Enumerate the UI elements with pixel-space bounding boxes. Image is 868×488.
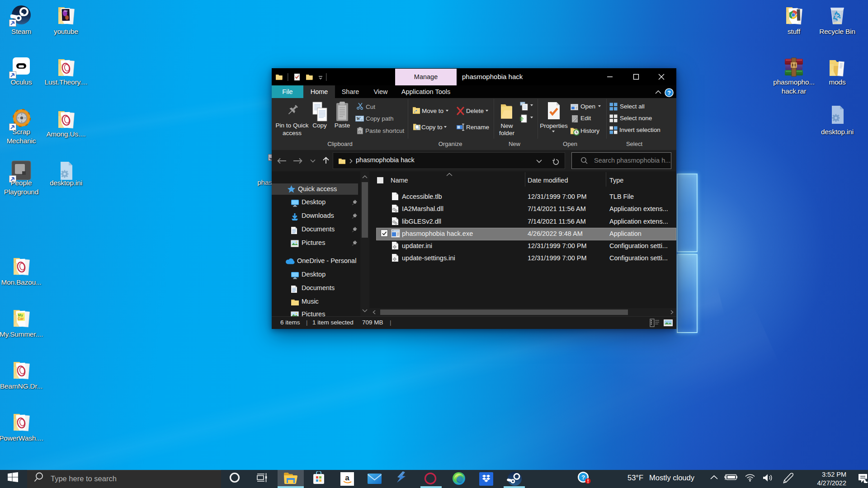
svg-text:W: W — [356, 116, 361, 121]
svg-text:Car: Car — [18, 317, 24, 321]
svg-text:?: ? — [581, 474, 585, 481]
svg-text:?: ? — [667, 89, 671, 96]
svg-text:a: a — [345, 474, 349, 482]
